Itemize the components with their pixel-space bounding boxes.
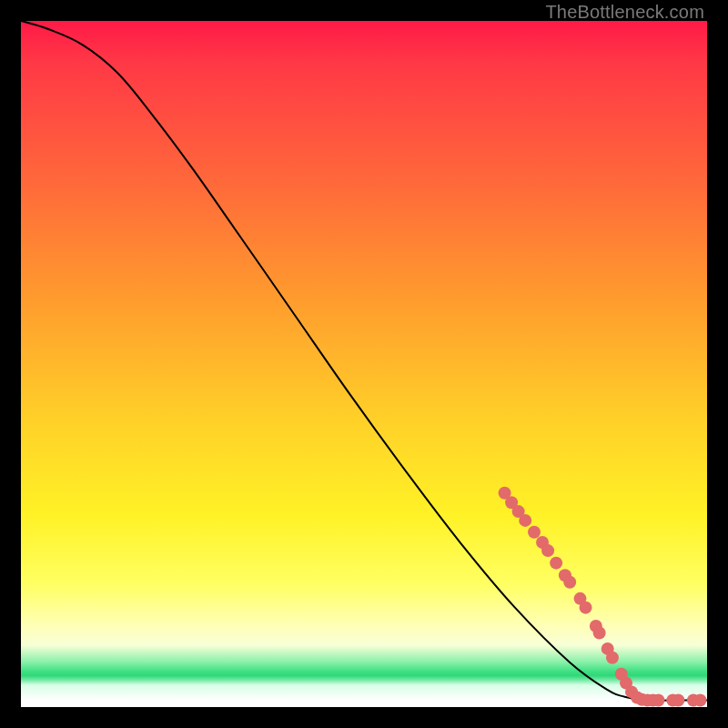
marker-dot <box>593 627 606 640</box>
chart-svg <box>21 21 707 707</box>
marker-group <box>499 487 707 707</box>
marker-dot <box>550 557 562 570</box>
marker-dot <box>563 576 576 589</box>
marker-dot <box>652 693 664 706</box>
marker-dot <box>541 544 554 557</box>
watermark-text: TheBottleneck.com <box>545 2 704 23</box>
marker-dot <box>693 693 706 706</box>
marker-dot <box>606 652 619 664</box>
marker-dot <box>672 693 684 706</box>
marker-dot <box>580 602 592 614</box>
marker-dot <box>519 514 531 527</box>
plot-area <box>21 21 707 707</box>
marker-dot <box>528 526 541 539</box>
curve-line <box>21 21 707 701</box>
chart-frame: TheBottleneck.com <box>0 0 728 728</box>
